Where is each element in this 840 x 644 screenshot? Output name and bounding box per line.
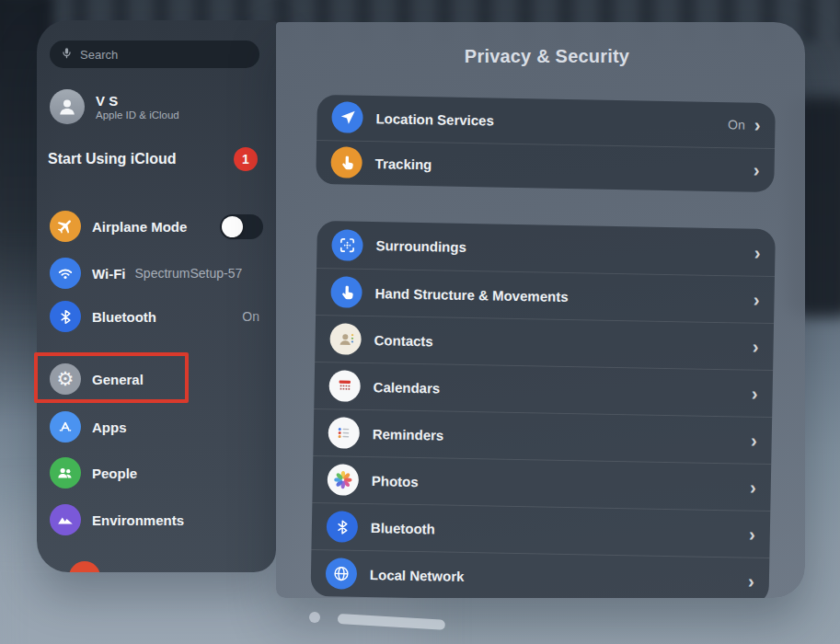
wifi-icon [50, 258, 81, 289]
tracking-hand-icon [330, 147, 362, 179]
chevron-right-icon: › [754, 116, 761, 134]
chevron-right-icon: › [753, 338, 759, 356]
bluetooth-label: Bluetooth [92, 309, 156, 325]
airplane-icon [50, 211, 81, 242]
bluetooth-status-value: On [242, 309, 259, 324]
app-store-icon [50, 411, 81, 443]
hand-icon [330, 276, 362, 308]
chevron-right-icon: › [749, 525, 755, 544]
sidebar-item-environments[interactable]: Environments [50, 501, 269, 538]
window-close-button[interactable] [309, 612, 320, 623]
row-tracking[interactable]: Tracking › [316, 139, 775, 192]
privacy-security-panel: Privacy & Security Location Services On … [276, 22, 805, 598]
globe-icon [326, 558, 358, 590]
chevron-right-icon: › [751, 431, 757, 450]
settings-sidebar: V S Apple ID & iCloud Start Using iCloud… [37, 20, 276, 572]
airplane-mode-label: Airplane Mode [92, 219, 187, 235]
apple-id-row[interactable]: V S Apple ID & iCloud [50, 86, 269, 127]
reminders-icon [328, 417, 360, 449]
contacts-label: Contacts [374, 332, 432, 349]
chevron-right-icon: › [748, 572, 754, 591]
chevron-right-icon: › [754, 161, 760, 179]
location-services-label: Location Services [375, 110, 494, 128]
start-using-icloud-label: Start Using iCloud [48, 151, 177, 167]
search-input[interactable] [80, 48, 227, 62]
bluetooth-icon [50, 301, 81, 332]
notification-badge: 1 [234, 147, 258, 171]
surroundings-scan-icon [331, 229, 363, 261]
avatar-person-icon [50, 89, 85, 124]
chevron-right-icon: › [754, 243, 761, 261]
reminders-label: Reminders [373, 426, 444, 443]
privacy-group-top: Location Services On › Tracking › [316, 95, 776, 192]
row-surroundings[interactable]: Surroundings › [316, 221, 776, 276]
sidebar-item-people[interactable]: People [50, 454, 269, 491]
page-title: Privacy & Security [276, 46, 805, 67]
wifi-network-value: SpectrumSetup-57 [135, 266, 243, 281]
row-contacts[interactable]: Contacts › [315, 315, 774, 370]
privacy-group-permissions: Surroundings › Hand Structure & Movement… [311, 221, 776, 598]
mountains-icon [50, 504, 81, 535]
visionos-settings-scene: V S Apple ID & iCloud Start Using iCloud… [0, 0, 840, 644]
location-arrow-icon [331, 102, 363, 134]
local-network-label: Local Network [370, 567, 465, 584]
sidebar-item-general[interactable]: ⚙ General [50, 361, 269, 397]
sidebar-item-apps[interactable]: Apps [50, 408, 269, 445]
people-label: People [92, 466, 137, 481]
airplane-mode-toggle[interactable] [220, 214, 263, 239]
contacts-icon [329, 323, 362, 355]
chevron-right-icon: › [750, 478, 756, 497]
profile-name: V S [96, 93, 179, 109]
calendar-icon [328, 370, 361, 402]
microphone-icon [61, 46, 73, 63]
bluetooth-icon [327, 511, 359, 543]
gear-icon: ⚙ [50, 363, 81, 395]
row-calendars[interactable]: Calendars › [314, 362, 773, 417]
sidebar-item-airplane-mode[interactable]: Airplane Mode [50, 208, 269, 245]
toggle-knob [222, 216, 243, 237]
chevron-right-icon: › [752, 385, 758, 403]
start-using-icloud-row[interactable]: Start Using iCloud 1 [48, 144, 269, 175]
row-photos[interactable]: Photos › [312, 455, 771, 511]
tracking-label: Tracking [374, 155, 432, 172]
location-services-value: On [728, 117, 745, 132]
chevron-right-icon: › [754, 291, 760, 309]
row-local-network[interactable]: Local Network › [311, 549, 770, 598]
bluetooth-row-label: Bluetooth [371, 520, 435, 536]
environments-label: Environments [92, 512, 184, 528]
row-bluetooth[interactable]: Bluetooth › [311, 502, 770, 558]
surroundings-label: Surroundings [375, 237, 466, 255]
sidebar-item-wifi[interactable]: Wi-Fi SpectrumSetup-57 [50, 255, 269, 292]
profile-subtitle: Apple ID & iCloud [96, 109, 179, 121]
wifi-label: Wi-Fi [92, 266, 126, 282]
general-label: General [92, 372, 144, 387]
hand-structure-label: Hand Structure & Movements [374, 285, 568, 305]
sidebar-item-bluetooth[interactable]: Bluetooth On [50, 298, 269, 335]
search-field[interactable] [50, 40, 259, 68]
people-icon [50, 457, 81, 489]
photos-label: Photos [372, 473, 419, 489]
row-reminders[interactable]: Reminders › [313, 408, 772, 464]
calendars-label: Calendars [374, 379, 441, 396]
row-hand-structure[interactable]: Hand Structure & Movements › [316, 268, 775, 323]
apps-label: Apps [92, 420, 127, 435]
clipped-sidebar-item-icon [69, 561, 100, 572]
photos-icon [328, 464, 360, 496]
